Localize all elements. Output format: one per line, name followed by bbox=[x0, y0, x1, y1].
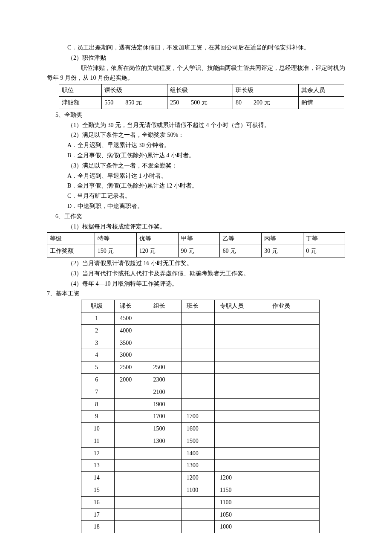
table-row: 14500 bbox=[81, 312, 320, 324]
table-row: 171050 bbox=[81, 509, 320, 521]
table-cell bbox=[181, 509, 214, 521]
table-cell: 课长 bbox=[115, 300, 148, 312]
table-row: 620002300 bbox=[81, 373, 320, 386]
table-cell bbox=[267, 435, 319, 447]
table-cell: 组长 bbox=[148, 300, 181, 312]
text-line: （2）当月请假累计请假超过 16 小时无工作奖。 bbox=[47, 258, 345, 269]
allowance-table: 职位 课长级 组长级 班长级 其余人员 津贴额 550——850 元 250——… bbox=[59, 84, 344, 109]
grade-table: 等级 特等 优等 甲等 乙等 丙等 丁等 工作奖额 150 元 120 元 90… bbox=[47, 232, 345, 257]
table-cell: 作业员 bbox=[267, 300, 319, 312]
table-cell: 等级 bbox=[47, 233, 95, 245]
table-cell bbox=[148, 337, 181, 349]
text-line: （3）满足以下条件之一者，不发全勤奖： bbox=[47, 161, 345, 171]
table-cell: 1050 bbox=[215, 509, 267, 521]
text-paragraph: 职位津贴，依所在岗位的关键程度，个人学识、技能由两级主管共同评定，总经理核准，评… bbox=[47, 63, 345, 84]
table-cell: 甲等 bbox=[178, 233, 220, 245]
table-cell: 1700 bbox=[148, 410, 181, 423]
table-cell: 工作奖额 bbox=[47, 245, 95, 257]
table-cell: 1200 bbox=[215, 472, 267, 484]
table-cell bbox=[181, 386, 214, 398]
table-row: 181000 bbox=[81, 521, 320, 533]
table-cell: 3 bbox=[81, 337, 115, 349]
table-cell bbox=[267, 337, 319, 349]
table-cell bbox=[148, 447, 181, 460]
table-row: 33500 bbox=[81, 337, 320, 349]
table-cell bbox=[181, 361, 214, 374]
table-cell: 1600 bbox=[181, 423, 214, 435]
table-cell: 班长级 bbox=[233, 84, 299, 97]
table-cell: 4000 bbox=[115, 324, 148, 337]
table-cell bbox=[148, 496, 181, 509]
table-cell: 1 bbox=[81, 312, 115, 324]
text-line: C．当月有旷工记录者。 bbox=[47, 191, 345, 201]
table-cell: 9 bbox=[81, 410, 115, 423]
table-row: 72100 bbox=[81, 386, 320, 398]
table-cell bbox=[267, 410, 319, 423]
table-cell: 4500 bbox=[115, 312, 148, 324]
table-cell bbox=[115, 447, 148, 460]
table-cell bbox=[181, 521, 214, 533]
text-line: B．全月事假、病假(工伤除外)累计达 4 小时者。 bbox=[47, 150, 345, 161]
table-cell bbox=[181, 337, 214, 349]
table-cell: 2000 bbox=[115, 373, 148, 386]
table-row: 工作奖额 150 元 120 元 90 元 60 元 30 元 0 元 bbox=[47, 245, 345, 257]
table-cell: 120 元 bbox=[136, 245, 178, 257]
table-cell: 10 bbox=[81, 423, 115, 435]
table-cell: 优等 bbox=[136, 233, 178, 245]
table-cell bbox=[267, 472, 319, 484]
table-cell bbox=[215, 349, 267, 361]
text-line: （1）根据每月考核成绩评定工作奖。 bbox=[47, 222, 345, 232]
table-row: 职级 课长 组长 班长 专职人员 作业员 bbox=[81, 300, 320, 312]
table-cell bbox=[267, 496, 319, 509]
table-row: 1113001500 bbox=[81, 435, 320, 447]
table-cell bbox=[267, 373, 319, 386]
table-cell bbox=[215, 312, 267, 324]
heading: 5、全勤奖 bbox=[47, 110, 345, 120]
table-cell bbox=[115, 398, 148, 410]
table-cell: 1700 bbox=[181, 410, 214, 423]
table-cell: 津贴额 bbox=[59, 96, 102, 109]
table-cell: 17 bbox=[81, 509, 115, 521]
table-cell bbox=[181, 398, 214, 410]
text-line: D．中途到职，中途离职者。 bbox=[47, 201, 345, 211]
text-line: B．全月事假、病假(工伤除外)累计达 12 小时者。 bbox=[47, 181, 345, 191]
table-row: 81900 bbox=[81, 398, 320, 410]
table-cell: 60 元 bbox=[220, 245, 262, 257]
heading: 6、工作奖 bbox=[47, 211, 345, 222]
text-line: （4）每年 4—10 月取消特等工作奖评选。 bbox=[47, 279, 345, 289]
table-cell bbox=[267, 398, 319, 410]
table-cell: 1900 bbox=[148, 398, 181, 410]
table-row: 161100 bbox=[81, 496, 320, 509]
table-row: 职位 课长级 组长级 班长级 其余人员 bbox=[59, 84, 344, 97]
table-cell: 14 bbox=[81, 472, 115, 484]
table-row: 24000 bbox=[81, 324, 320, 337]
table-cell: 1200 bbox=[181, 472, 214, 484]
table-cell bbox=[215, 324, 267, 337]
table-cell: 90 元 bbox=[178, 245, 220, 257]
table-cell: 2500 bbox=[115, 361, 148, 374]
table-row: 917001700 bbox=[81, 410, 320, 423]
table-cell: 2500 bbox=[148, 361, 181, 374]
table-cell: 1150 bbox=[215, 484, 267, 497]
table-cell: 0 元 bbox=[303, 245, 345, 257]
table-cell bbox=[215, 435, 267, 447]
table-cell: 1000 bbox=[215, 521, 267, 533]
table-cell: 7 bbox=[81, 386, 115, 398]
table-cell bbox=[267, 484, 319, 497]
table-cell bbox=[181, 324, 214, 337]
table-row: 1511001150 bbox=[81, 484, 320, 497]
heading: 7、基本工资 bbox=[47, 289, 345, 299]
table-cell bbox=[267, 460, 319, 472]
table-cell: 80——200 元 bbox=[233, 96, 299, 109]
table-cell bbox=[267, 386, 319, 398]
table-row: 525002500 bbox=[81, 361, 320, 374]
table-cell bbox=[267, 324, 319, 337]
table-cell: 150 元 bbox=[95, 245, 136, 257]
table-cell bbox=[267, 349, 319, 361]
table-cell bbox=[215, 398, 267, 410]
table-cell: 职级 bbox=[81, 300, 115, 312]
table-cell: 1300 bbox=[148, 435, 181, 447]
table-cell bbox=[148, 521, 181, 533]
table-cell bbox=[267, 509, 319, 521]
table-cell bbox=[115, 509, 148, 521]
